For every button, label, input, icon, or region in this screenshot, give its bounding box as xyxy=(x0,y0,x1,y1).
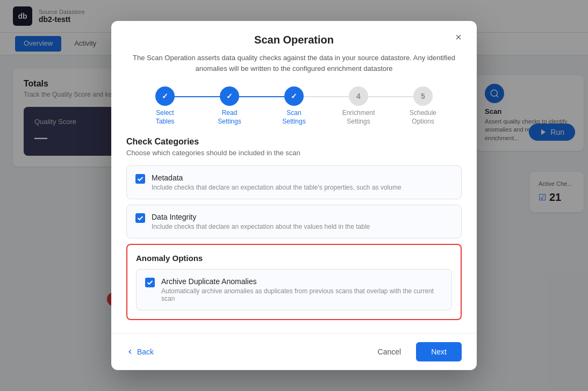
step-2-label: ReadSettings xyxy=(218,109,241,126)
step-enrichment-settings: 4 EnrichmentSettings xyxy=(326,86,391,126)
modal-body: Check Categories Choose which categories… xyxy=(111,137,477,333)
cancel-button[interactable]: Cancel xyxy=(369,343,410,360)
metadata-checkbox[interactable] xyxy=(135,174,145,184)
step-5-circle: 5 xyxy=(413,86,433,106)
step-4-circle: 4 xyxy=(349,86,368,106)
modal-footer: Back Cancel Next xyxy=(111,333,477,370)
modal-title: Scan Operation xyxy=(126,34,462,46)
back-button[interactable]: Back xyxy=(126,347,154,356)
data-integrity-content: Data Integrity Include checks that decla… xyxy=(152,213,370,230)
metadata-content: Metadata Include checks that declare an … xyxy=(152,173,401,191)
wizard-steps: ✓ SelectTables ✓ ReadSettings ✓ ScanSett… xyxy=(111,74,477,136)
modal-overlay: Scan Operation × The Scan Operation asse… xyxy=(0,0,588,391)
metadata-description: Include checks that declare an expectati… xyxy=(152,184,401,191)
step-4-label: EnrichmentSettings xyxy=(342,109,375,126)
archive-duplicates-description: Automatically archive anomalies as dupli… xyxy=(161,287,443,302)
check-categories-title: Check Categories xyxy=(126,137,462,147)
step-scan-settings: ✓ ScanSettings xyxy=(262,86,326,126)
step-read-settings: ✓ ReadSettings xyxy=(197,86,262,126)
anomaly-options-title: Anomaly Options xyxy=(136,254,452,263)
step-3-label: ScanSettings xyxy=(282,109,305,126)
scan-operation-modal: Scan Operation × The Scan Operation asse… xyxy=(111,21,477,370)
step-3-circle: ✓ xyxy=(284,86,304,106)
archive-duplicates-item: Archive Duplicate Anomalies Automaticall… xyxy=(136,269,452,310)
check-categories-subtitle: Choose which categories should be includ… xyxy=(126,149,462,157)
modal-close-button[interactable]: × xyxy=(451,30,466,45)
back-label: Back xyxy=(137,347,154,356)
step-schedule-options: 5 ScheduleOptions xyxy=(391,86,455,126)
data-integrity-check-item: Data Integrity Include checks that decla… xyxy=(126,205,462,238)
step-5-label: ScheduleOptions xyxy=(410,109,436,126)
data-integrity-checkbox[interactable] xyxy=(135,213,145,223)
anomaly-options-section: Anomaly Options Archive Duplicate Anomal… xyxy=(126,244,462,320)
data-integrity-label: Data Integrity xyxy=(152,213,370,221)
archive-duplicates-label: Archive Duplicate Anomalies xyxy=(161,277,443,286)
modal-header: Scan Operation × xyxy=(111,21,477,46)
step-1-circle: ✓ xyxy=(155,86,175,106)
step-select-tables: ✓ SelectTables xyxy=(133,86,197,126)
modal-description: The Scan Operation asserts data quality … xyxy=(111,46,477,74)
step-1-label: SelectTables xyxy=(156,109,175,126)
step-2-circle: ✓ xyxy=(220,86,239,106)
next-button[interactable]: Next xyxy=(416,342,462,361)
metadata-check-item: Metadata Include checks that declare an … xyxy=(126,165,462,199)
footer-actions: Cancel Next xyxy=(369,342,462,361)
archive-duplicates-content: Archive Duplicate Anomalies Automaticall… xyxy=(161,277,443,302)
metadata-label: Metadata xyxy=(152,173,401,182)
data-integrity-description: Include checks that declare an expectati… xyxy=(152,223,370,230)
archive-duplicates-checkbox[interactable] xyxy=(145,278,155,287)
